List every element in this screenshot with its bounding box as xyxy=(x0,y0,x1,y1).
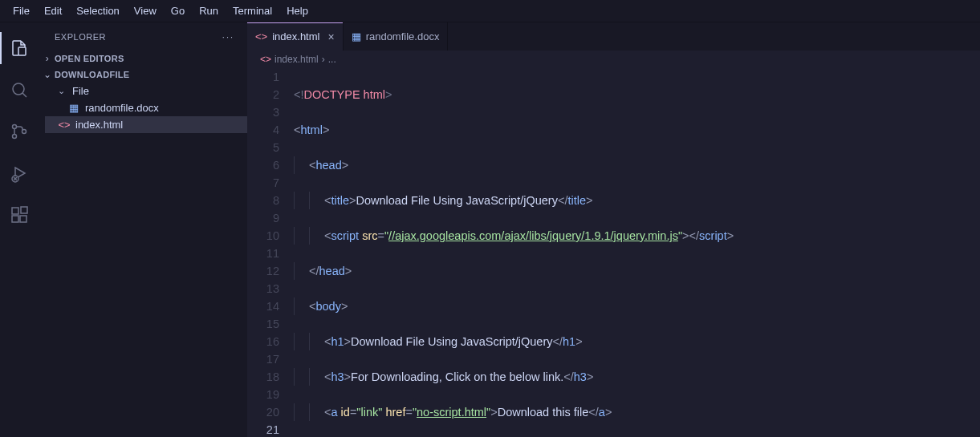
sidebar-title: EXPLORER xyxy=(55,32,106,42)
svg-rect-9 xyxy=(12,216,18,222)
svg-point-1 xyxy=(13,83,24,95)
menu-terminal[interactable]: Terminal xyxy=(226,2,279,20)
section-workspace[interactable]: ⌄DOWNLOADFILE xyxy=(39,67,247,83)
activity-source-control-icon[interactable] xyxy=(0,112,39,151)
sidebar: EXPLORER ··· ›OPEN EDITORS ⌄DOWNLOADFILE… xyxy=(39,22,247,437)
section-open-editors[interactable]: ›OPEN EDITORS xyxy=(39,51,247,67)
menu-view[interactable]: View xyxy=(128,2,163,20)
chevron-right-icon: › xyxy=(42,53,53,64)
line-gutter: 123456789101112131415161718192021 xyxy=(247,68,294,437)
word-file-icon: ▦ xyxy=(352,30,361,42)
tab-bar: <> index.html × ▦ randomfile.docx xyxy=(247,22,980,51)
menu-file[interactable]: File xyxy=(6,2,36,20)
svg-point-4 xyxy=(13,135,17,139)
word-file-icon: ▦ xyxy=(67,102,80,114)
menu-run[interactable]: Run xyxy=(193,2,225,20)
chevron-right-icon: › xyxy=(322,54,325,65)
activity-debug-icon[interactable] xyxy=(0,154,39,192)
menubar: File Edit Selection View Go Run Terminal… xyxy=(0,0,980,22)
chevron-down-icon: ⌄ xyxy=(42,69,53,80)
activity-extensions-icon[interactable] xyxy=(0,196,39,234)
svg-rect-8 xyxy=(12,208,18,214)
menu-edit[interactable]: Edit xyxy=(38,2,68,20)
breadcrumb[interactable]: <> index.html › ... xyxy=(247,51,980,68)
code-editor[interactable]: 123456789101112131415161718192021 <!DOCT… xyxy=(247,68,980,437)
tree-folder-file[interactable]: ⌄File xyxy=(45,83,247,99)
html-file-icon: <> xyxy=(255,30,267,42)
chevron-down-icon: ⌄ xyxy=(58,86,67,96)
activity-bar xyxy=(0,22,39,437)
html-file-icon: <> xyxy=(260,54,271,65)
svg-line-2 xyxy=(22,93,26,97)
svg-point-3 xyxy=(13,125,17,129)
tree-file-index[interactable]: <>index.html xyxy=(45,116,247,133)
activity-explorer-icon[interactable] xyxy=(0,29,39,67)
menu-go[interactable]: Go xyxy=(165,2,191,20)
activity-search-icon[interactable] xyxy=(0,71,39,109)
svg-rect-10 xyxy=(20,216,26,222)
menu-selection[interactable]: Selection xyxy=(70,2,125,20)
close-icon[interactable]: × xyxy=(327,30,334,43)
code-lines[interactable]: <!DOCTYPE html> <html> <head> <title>Dow… xyxy=(294,68,980,437)
tab-index-html[interactable]: <> index.html × xyxy=(247,22,344,51)
menu-help[interactable]: Help xyxy=(280,2,315,20)
html-file-icon: <> xyxy=(58,119,71,131)
tab-randomfile-docx[interactable]: ▦ randomfile.docx xyxy=(344,22,449,51)
editor: <> index.html × ▦ randomfile.docx <> ind… xyxy=(247,22,980,437)
svg-point-5 xyxy=(22,130,26,134)
svg-rect-0 xyxy=(18,47,26,55)
svg-rect-11 xyxy=(21,207,27,213)
tree-file-randomfile[interactable]: ▦randomfile.docx xyxy=(45,99,247,116)
sidebar-more-icon[interactable]: ··· xyxy=(222,32,234,42)
